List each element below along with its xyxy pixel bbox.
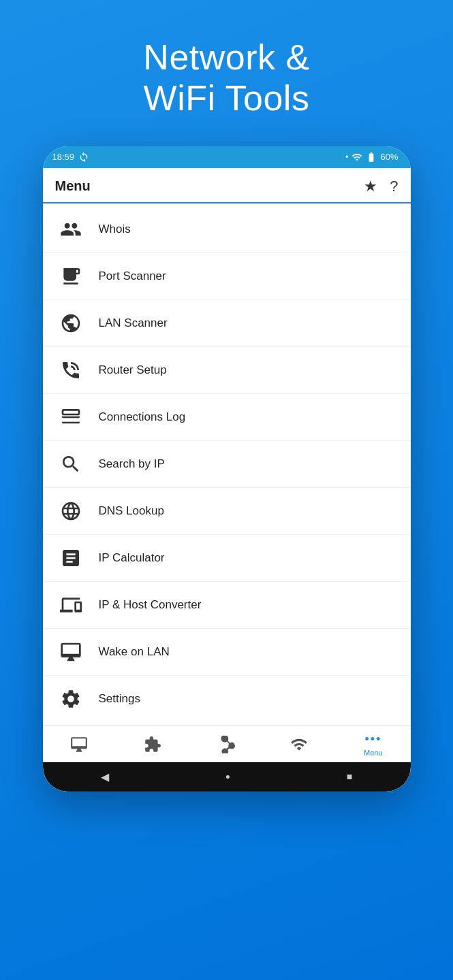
help-button[interactable]: ? <box>390 178 398 195</box>
menu-item-connections-log[interactable]: Connections Log <box>43 394 411 441</box>
ip-calculator-label: IP Calculator <box>99 551 165 565</box>
dns-lookup-label: DNS Lookup <box>99 504 164 518</box>
favorite-button[interactable]: ★ <box>364 178 377 195</box>
wake-on-lan-icon <box>58 639 84 665</box>
nav-item-menu[interactable]: ••• Menu <box>364 732 383 757</box>
signal-dot: • <box>345 152 349 162</box>
settings-icon <box>58 686 84 712</box>
router-setup-icon <box>58 357 84 383</box>
nav-item-wifi[interactable] <box>290 736 308 753</box>
host-converter-icon <box>58 592 84 618</box>
menu-nav-label: Menu <box>364 749 383 757</box>
search-by-ip-icon <box>58 451 84 477</box>
settings-label: Settings <box>99 692 140 706</box>
menu-dots: ••• <box>364 732 381 747</box>
battery-percent: 60% <box>380 152 398 162</box>
port-scanner-label: Port Scanner <box>99 270 166 283</box>
host-converter-label: IP & Host Converter <box>99 598 202 612</box>
app-title: Network & WiFi Tools <box>143 37 309 119</box>
dns-lookup-icon <box>58 498 84 524</box>
bottom-nav: ••• Menu <box>43 725 411 762</box>
menu-item-search-by-ip[interactable]: Search by IP <box>43 441 411 488</box>
connections-log-icon <box>58 404 84 430</box>
menu-item-ip-calculator[interactable]: IP Calculator <box>43 535 411 582</box>
back-button[interactable]: ◀ <box>101 770 109 783</box>
home-button[interactable]: ● <box>225 772 230 781</box>
status-time: 18:59 <box>52 152 75 162</box>
nav-item-ping[interactable] <box>144 736 161 753</box>
battery-icon <box>366 152 377 163</box>
menu-item-lan-scanner[interactable]: LAN Scanner <box>43 300 411 347</box>
menu-item-wake-on-lan[interactable]: Wake on LAN <box>43 629 411 676</box>
recent-button[interactable]: ■ <box>347 771 352 782</box>
port-scanner-icon <box>58 263 84 289</box>
menu-item-port-scanner[interactable]: Port Scanner <box>43 253 411 300</box>
signal-icon <box>352 152 362 163</box>
wake-on-lan-label: Wake on LAN <box>99 645 170 659</box>
status-bar: 18:59 • 60% <box>43 146 411 168</box>
lan-scanner-icon <box>58 310 84 336</box>
app-bar-title: Menu <box>55 178 91 194</box>
menu-item-router-setup[interactable]: Router Setup <box>43 347 411 394</box>
nav-item-traceroute[interactable] <box>217 736 235 753</box>
sync-icon <box>78 152 89 163</box>
menu-item-dns-lookup[interactable]: DNS Lookup <box>43 488 411 535</box>
lan-scanner-label: LAN Scanner <box>99 316 168 330</box>
nav-item-monitor[interactable] <box>70 736 88 753</box>
whois-label: Whois <box>99 223 131 236</box>
phone-frame: 18:59 • 60% Menu ★ ? <box>43 146 411 791</box>
menu-item-settings[interactable]: Settings <box>43 676 411 722</box>
menu-list: Whois Port Scanner LAN Scanner Router Se… <box>43 203 411 725</box>
ip-calculator-icon <box>58 545 84 571</box>
router-setup-label: Router Setup <box>99 363 167 377</box>
app-bar: Menu ★ ? <box>43 168 411 203</box>
search-by-ip-label: Search by IP <box>99 457 165 471</box>
android-nav-bar: ◀ ● ■ <box>43 762 411 791</box>
menu-item-host-converter[interactable]: IP & Host Converter <box>43 582 411 629</box>
connections-log-label: Connections Log <box>99 410 186 424</box>
whois-icon <box>58 216 84 242</box>
menu-item-whois[interactable]: Whois <box>43 206 411 253</box>
